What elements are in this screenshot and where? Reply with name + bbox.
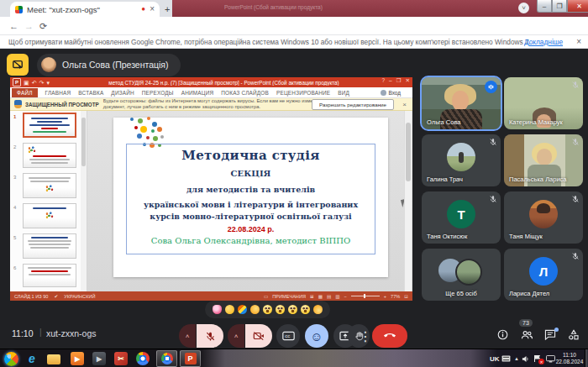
end-call-button[interactable] bbox=[372, 324, 407, 348]
ppt-close-icon[interactable]: ✕ bbox=[406, 77, 410, 84]
tab-search-chevron-icon[interactable]: ˅ bbox=[518, 3, 529, 13]
camera-options-chevron[interactable]: ˄ bbox=[228, 324, 244, 348]
meeting-time: 11:10 bbox=[12, 328, 34, 338]
network-display-icon[interactable] bbox=[546, 349, 555, 367]
notice-learn-more-link[interactable]: Докладніше bbox=[524, 38, 563, 46]
slide-date: 22.08.2024 р. bbox=[113, 225, 388, 233]
slide-thumbnail-1[interactable] bbox=[23, 113, 76, 138]
system-clock[interactable]: 11:10 22.08.2024 bbox=[557, 349, 582, 367]
slide-thumbnail-3[interactable] bbox=[23, 173, 76, 198]
ribbon-tab-animations[interactable]: АНИМАЦИЯ bbox=[181, 90, 214, 96]
ppt-help-icon[interactable]: ? bbox=[381, 77, 385, 84]
keyboard-icon[interactable] bbox=[501, 349, 511, 367]
tab-close-icon[interactable]: × bbox=[150, 5, 155, 13]
view-normal-icon[interactable]: ⊞ bbox=[310, 294, 314, 299]
fit-slide-icon[interactable]: ⊡ bbox=[404, 294, 408, 299]
cleaner-app-icon[interactable]: ✂ bbox=[114, 352, 128, 365]
undo-icon[interactable]: ↶ bbox=[32, 80, 37, 86]
protected-bar-close-icon[interactable]: × bbox=[402, 101, 407, 108]
reaction-clap[interactable]: 👏 bbox=[250, 305, 260, 314]
ribbon-tab-view[interactable]: ВИД bbox=[338, 90, 349, 96]
reactions-button[interactable]: ☺ bbox=[305, 324, 328, 348]
ppt-sign-in[interactable]: Вход bbox=[381, 90, 401, 96]
ribbon-tab-transitions[interactable]: ПЕРЕХОДЫ bbox=[142, 90, 174, 96]
ppt-minimize-icon[interactable]: – bbox=[389, 77, 392, 84]
canvas-scroll-handle[interactable] bbox=[406, 123, 411, 181]
chrome-active-task[interactable] bbox=[156, 350, 177, 367]
mic-options-chevron[interactable]: ˄ bbox=[179, 324, 196, 348]
presentation-paused-indicator[interactable] bbox=[7, 54, 29, 76]
save-icon[interactable]: ▣ bbox=[24, 80, 29, 86]
tile-tanya-oktysiuk[interactable]: Т Таня Октисюк bbox=[422, 191, 501, 244]
notes-label[interactable]: ПРИМЕЧАНИЯ bbox=[272, 294, 306, 299]
more-options-button[interactable]: ⋮ bbox=[360, 324, 370, 348]
media-player-icon[interactable]: ▶ bbox=[71, 352, 84, 365]
mic-off-icon bbox=[571, 252, 580, 260]
ribbon-tab-design[interactable]: ДИЗАЙН bbox=[111, 90, 134, 96]
ribbon-tab-review[interactable]: РЕЦЕНЗИРОВАНИЕ bbox=[276, 90, 330, 96]
ribbon-tab-slideshow[interactable]: ПОКАЗ СЛАЙДОВ bbox=[221, 90, 269, 96]
zoom-slider[interactable] bbox=[351, 296, 380, 296]
notice-close-icon[interactable]: × bbox=[576, 37, 581, 46]
qat-caret-icon[interactable]: ▾ bbox=[46, 80, 50, 86]
view-reading-icon[interactable]: ▤ bbox=[327, 294, 331, 299]
slide-thumbnail-2[interactable] bbox=[23, 143, 76, 168]
new-tab-button[interactable]: + bbox=[165, 4, 170, 14]
reaction-party[interactable]: 🎉 bbox=[238, 305, 247, 314]
reaction-thinking[interactable]: 🤔 bbox=[301, 305, 310, 314]
view-slideshow-icon[interactable]: ▥ bbox=[335, 294, 339, 299]
captions-button[interactable]: cc bbox=[276, 324, 300, 348]
tile-olga-sova[interactable]: Ольга Сова bbox=[422, 77, 501, 129]
hidden-icons-chevron[interactable]: ▲ bbox=[514, 349, 519, 367]
browser-tab[interactable]: Meet: "xut-zxxn-ogs" ● × bbox=[10, 2, 160, 17]
minimize-button[interactable]: – bbox=[537, 0, 552, 13]
tile-kateryna-makaruk[interactable]: Катерина Макарук bbox=[504, 77, 583, 129]
internet-explorer-icon[interactable]: e bbox=[25, 352, 39, 365]
language-indicator[interactable]: УКРАИНСКИЙ bbox=[64, 294, 95, 299]
slide-thumbnail-5[interactable] bbox=[23, 233, 76, 259]
zoom-knob[interactable] bbox=[364, 294, 366, 298]
tile-more-participants[interactable]: Ще 65 осіб bbox=[422, 249, 501, 301]
slide-thumbnail-4[interactable] bbox=[23, 203, 76, 228]
language-indicator[interactable]: UK bbox=[490, 349, 500, 367]
show-desktop-button[interactable] bbox=[585, 349, 588, 367]
chrome-icon[interactable] bbox=[136, 352, 150, 365]
start-button[interactable] bbox=[4, 352, 18, 366]
spellcheck-icon[interactable]: ✔ bbox=[54, 294, 58, 299]
thumbnail-scroll-handle[interactable] bbox=[81, 118, 86, 166]
tile-pasalska-larysa[interactable]: Пасальська Лариса bbox=[504, 134, 583, 186]
file-explorer-icon[interactable] bbox=[47, 354, 60, 364]
reaction-thumbs-down[interactable]: 👎 bbox=[313, 305, 323, 314]
reaction-thumbs-up[interactable]: 👍 bbox=[225, 305, 234, 314]
notes-icon[interactable]: ▭ bbox=[264, 294, 268, 299]
maximize-button[interactable]: ❐ bbox=[552, 0, 567, 13]
redo-icon[interactable]: ↷ bbox=[39, 80, 45, 86]
tile-tanya-mishchuk[interactable]: Таня Міщук bbox=[504, 191, 583, 244]
ribbon-tab-insert[interactable]: ВСТАВКА bbox=[78, 90, 103, 96]
ribbon-tab-home[interactable]: ГЛАВНАЯ bbox=[45, 90, 71, 96]
zoom-level[interactable]: 77% bbox=[391, 294, 400, 299]
ribbon-tab-file[interactable]: ФАЙЛ bbox=[12, 88, 38, 97]
view-sorter-icon[interactable]: ▦ bbox=[318, 294, 323, 299]
tile-halyna-trach[interactable]: Галина Трач bbox=[422, 134, 501, 186]
ppt-maximize-icon[interactable]: ❐ bbox=[396, 77, 402, 84]
reaction-heart[interactable]: 💖 bbox=[213, 305, 222, 314]
camera-off-button[interactable] bbox=[245, 324, 272, 348]
powerpoint-active-task[interactable]: P bbox=[180, 350, 201, 367]
reaction-cry[interactable]: 😢 bbox=[288, 305, 297, 314]
zoom-out-icon[interactable]: − bbox=[344, 294, 347, 299]
close-window-button[interactable]: ✕ bbox=[567, 0, 588, 13]
kmplayer-icon[interactable]: ▶ bbox=[92, 352, 106, 365]
presenter-pill[interactable]: Ольга Сова (Презентація) bbox=[37, 54, 181, 76]
reaction-surprised[interactable]: 😮 bbox=[276, 305, 285, 314]
zoom-in-icon[interactable]: + bbox=[384, 294, 386, 299]
reaction-laugh[interactable]: 😂 bbox=[263, 305, 272, 314]
mic-muted-button[interactable] bbox=[197, 324, 223, 348]
volume-icon[interactable] bbox=[522, 349, 529, 367]
enable-editing-button[interactable]: Разрешить редактирование bbox=[312, 99, 394, 110]
back-icon[interactable]: ← bbox=[9, 21, 18, 31]
tile-larysa-dyatel[interactable]: Л Лариса Дятел bbox=[504, 249, 583, 301]
reload-icon[interactable]: ⟳ bbox=[39, 21, 47, 32]
slide-thumbnail-6[interactable] bbox=[23, 264, 76, 287]
separator: | bbox=[39, 328, 42, 337]
